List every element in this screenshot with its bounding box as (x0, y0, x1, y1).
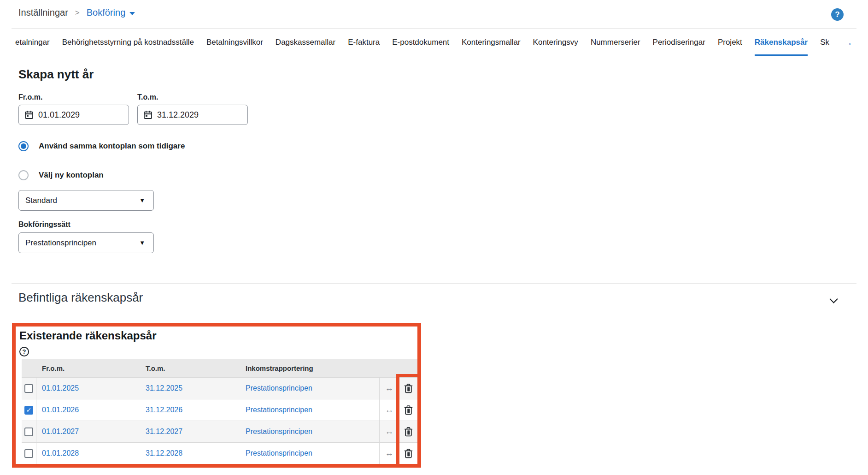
tab-e-postdokument[interactable]: E-postdokument (392, 29, 449, 56)
bokforingssatt-label: Bokföringssätt (18, 220, 70, 229)
horizontal-arrows-icon[interactable]: ↔ (385, 383, 394, 393)
from-date-link[interactable]: 01.01.2025 (42, 384, 79, 392)
tab-projekt[interactable]: Projekt (718, 29, 742, 56)
bookkeeping-settings-page: Inställningar > Bokföring ? etalningarBe… (0, 0, 868, 475)
header-from: Fr.o.m. (36, 359, 140, 377)
help-button[interactable]: ? (831, 8, 844, 21)
inkomstrapportering-link[interactable]: Prestationsprincipen (246, 406, 312, 414)
to-date-value: 31.12.2029 (157, 110, 199, 120)
to-date-input[interactable]: 31.12.2029 (137, 105, 248, 125)
horizontal-arrows-icon[interactable]: ↔ (385, 448, 394, 458)
cell-move: ↔ (380, 443, 399, 464)
checkbox-unchecked[interactable] (24, 384, 33, 393)
horizontal-arrows-icon[interactable]: ↔ (385, 405, 394, 415)
radio-unselected-icon (18, 170, 29, 180)
tab-dagskassemallar[interactable]: Dagskassemallar (276, 29, 335, 56)
cell-delete (399, 399, 417, 421)
checkbox-unchecked[interactable] (24, 449, 33, 458)
breadcrumb-current-label: Bokföring (87, 7, 126, 18)
inkomstrapportering-link[interactable]: Prestationsprincipen (246, 428, 312, 436)
trash-icon[interactable] (404, 449, 413, 458)
calendar-icon (24, 110, 34, 119)
cell-inkomstrapportering: Prestationsprincipen (240, 399, 380, 421)
section-divider (12, 283, 856, 284)
to-date-link[interactable]: 31.12.2025 (146, 384, 182, 392)
settings-tab-bar: etalningarBehörighetsstyrning på kostnad… (0, 29, 868, 56)
trash-icon[interactable] (404, 427, 413, 437)
table-row: 01.01.202531.12.2025Prestationsprincipen… (22, 377, 417, 399)
table-row: ✓01.01.202631.12.2026Prestationsprincipe… (22, 399, 417, 421)
cell-to-date: 31.12.2027 (140, 421, 240, 442)
table-row: 01.01.202831.12.2028Prestationsprincipen… (22, 442, 417, 464)
from-date-link[interactable]: 01.01.2028 (42, 449, 79, 457)
tabs-scroll-right-icon[interactable]: → (843, 29, 853, 56)
tabs-scroll-left-icon[interactable]: ← (21, 29, 31, 56)
breadcrumb-item-installningar[interactable]: Inställningar (18, 7, 68, 18)
tab-r-kenskaps-r[interactable]: Räkenskapsår (755, 29, 808, 56)
tab-periodiseringar[interactable]: Periodiseringar (653, 29, 705, 56)
trash-icon[interactable] (404, 384, 413, 393)
breadcrumb-item-bokforing[interactable]: Bokföring (87, 7, 135, 18)
tab-nummerserier[interactable]: Nummerserier (591, 29, 640, 56)
to-date-label: T.o.m. (137, 93, 158, 101)
horizontal-arrows-icon[interactable]: ↔ (385, 427, 394, 437)
to-date-link[interactable]: 31.12.2028 (146, 449, 182, 457)
help-circle-icon[interactable]: ? (19, 347, 29, 356)
tab-sk[interactable]: Sk (820, 29, 829, 56)
fiscal-years-table: Fr.o.m. T.o.m. Inkomstrapportering 01.01… (22, 359, 417, 464)
collapse-chevron-icon[interactable] (830, 296, 837, 303)
tab-etalningar[interactable]: etalningar (15, 29, 50, 56)
from-date-input[interactable]: 01.01.2029 (18, 105, 129, 125)
to-date-link[interactable]: 31.12.2026 (146, 406, 182, 414)
calendar-icon (143, 110, 152, 119)
to-date-link[interactable]: 31.12.2027 (146, 428, 182, 436)
cell-inkomstrapportering: Prestationsprincipen (240, 443, 380, 464)
cell-from-date: 01.01.2028 (36, 443, 140, 464)
inkomstrapportering-link[interactable]: Prestationsprincipen (246, 384, 312, 392)
tab-konteringsvy[interactable]: Konteringsvy (533, 29, 578, 56)
row-checkbox-cell: ✓ (22, 399, 36, 421)
question-mark-icon: ? (835, 10, 839, 19)
chevron-down-icon (129, 12, 135, 15)
tab-betalningsvillkor[interactable]: Betalningsvillkor (206, 29, 263, 56)
header-arrow-cell (380, 359, 399, 377)
from-date-link[interactable]: 01.01.2026 (42, 406, 79, 414)
create-year-title: Skapa nytt år (18, 67, 94, 82)
trash-icon[interactable] (404, 405, 413, 415)
inkomstrapportering-link[interactable]: Prestationsprincipen (246, 449, 312, 457)
row-checkbox-cell (22, 421, 36, 442)
row-checkbox-cell (22, 378, 36, 399)
dropdown-caret-icon: ▼ (139, 239, 145, 246)
cell-delete (399, 443, 417, 464)
cell-inkomstrapportering: Prestationsprincipen (240, 378, 380, 399)
checkbox-unchecked[interactable] (24, 428, 33, 436)
tab-konteringsmallar[interactable]: Konteringsmallar (462, 29, 521, 56)
cell-from-date: 01.01.2027 (36, 421, 140, 442)
cell-to-date: 31.12.2026 (140, 399, 240, 421)
radio-new-kontoplan[interactable]: Välj ny kontoplan (18, 170, 104, 180)
bokforingssatt-select[interactable]: Prestationsprincipen ▼ (18, 232, 154, 253)
radio-selected-icon (18, 141, 29, 151)
table-header-row: Fr.o.m. T.o.m. Inkomstrapportering (22, 359, 417, 377)
tab-e-faktura[interactable]: E-faktura (348, 29, 380, 56)
row-checkbox-cell (22, 443, 36, 464)
checkbox-checked[interactable]: ✓ (24, 406, 33, 415)
header-inkomstrapportering: Inkomstrapportering (240, 359, 380, 377)
cell-delete (399, 421, 417, 442)
kontoplan-select[interactable]: Standard ▼ (18, 190, 154, 211)
header-to: T.o.m. (140, 359, 240, 377)
cell-move: ↔ (380, 399, 399, 421)
from-date-label: Fr.o.m. (18, 93, 42, 101)
dropdown-caret-icon: ▼ (139, 197, 145, 204)
cell-move: ↔ (380, 421, 399, 442)
radio-same-kontoplan[interactable]: Använd samma kontoplan som tidigare (18, 141, 185, 151)
from-date-link[interactable]: 01.01.2027 (42, 428, 79, 436)
cell-from-date: 01.01.2025 (36, 378, 140, 399)
existing-years-annotation-box: Existerande räkenskapsår ? Fr.o.m. T.o.m… (12, 323, 421, 468)
breadcrumb-separator: > (75, 8, 80, 18)
radio-new-kontoplan-label: Välj ny kontoplan (39, 171, 104, 180)
existing-table-title: Existerande räkenskapsår (19, 329, 157, 342)
bokforingssatt-select-value: Prestationsprincipen (25, 238, 96, 248)
tab-beh-righetsstyrning-p-kostnadsst-lle[interactable]: Behörighetsstyrning på kostnadsställe (62, 29, 194, 56)
cell-to-date: 31.12.2025 (140, 378, 240, 399)
